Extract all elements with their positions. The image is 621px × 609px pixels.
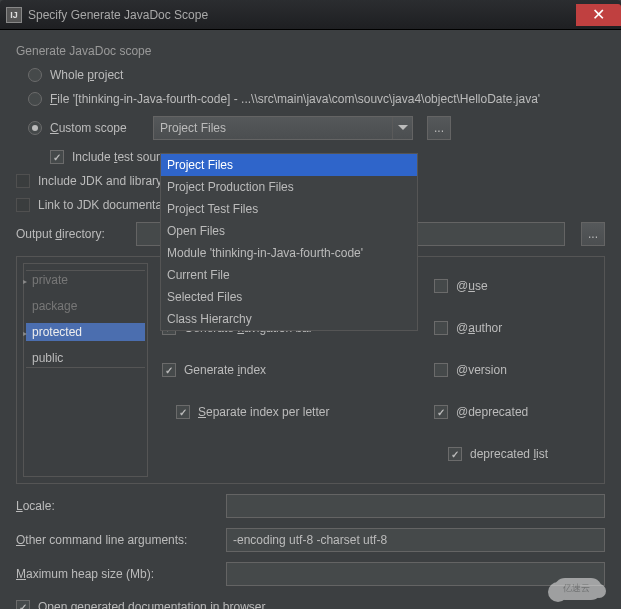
label-output-dir: Output directory: xyxy=(16,227,126,241)
output-browse-button[interactable]: ... xyxy=(581,222,605,246)
access-package[interactable]: package xyxy=(26,297,145,315)
dropdown-arrow-icon[interactable] xyxy=(392,117,412,139)
access-slider[interactable]: private package protected public xyxy=(23,263,148,477)
dropdown-item-production[interactable]: Project Production Files xyxy=(161,176,417,198)
label-author[interactable]: @author xyxy=(456,321,502,335)
scope-browse-button[interactable]: ... xyxy=(427,116,451,140)
dropdown-item-selected[interactable]: Selected Files xyxy=(161,286,417,308)
dropdown-item-open[interactable]: Open Files xyxy=(161,220,417,242)
check-deprecated[interactable] xyxy=(434,405,448,419)
label-index[interactable]: Generate index xyxy=(184,363,266,377)
access-public[interactable]: public xyxy=(26,349,145,368)
check-deprecated-list[interactable] xyxy=(448,447,462,461)
label-open-browser[interactable]: Open generated documentation in browser xyxy=(38,600,266,609)
other-args-input[interactable] xyxy=(226,528,605,552)
label-custom-scope[interactable]: Custom scope xyxy=(50,121,145,135)
label-max-heap: Maximum heap size (Mb): xyxy=(16,567,216,581)
app-icon: IJ xyxy=(6,7,22,23)
dropdown-item-current[interactable]: Current File xyxy=(161,264,417,286)
scope-dropdown-value: Project Files xyxy=(160,121,226,135)
check-include-jdk xyxy=(16,174,30,188)
label-locale: Locale: xyxy=(16,499,216,513)
window-title: Specify Generate JavaDoc Scope xyxy=(28,8,208,22)
dropdown-item-test[interactable]: Project Test Files xyxy=(161,198,417,220)
dropdown-item-project-files[interactable]: Project Files xyxy=(161,154,417,176)
label-deprecated[interactable]: @deprecated xyxy=(456,405,528,419)
max-heap-input[interactable] xyxy=(226,562,605,586)
radio-custom-scope[interactable] xyxy=(28,121,42,135)
dropdown-item-module[interactable]: Module 'thinking-in-Java-fourth-code' xyxy=(161,242,417,264)
label-deprecated-list[interactable]: deprecated list xyxy=(470,447,548,461)
label-version[interactable]: @version xyxy=(456,363,507,377)
label-file[interactable]: File '[thinking-in-Java-fourth-code] - .… xyxy=(50,92,540,106)
scope-dropdown-menu: Project Files Project Production Files P… xyxy=(160,153,418,331)
check-use[interactable] xyxy=(434,279,448,293)
check-author[interactable] xyxy=(434,321,448,335)
titlebar: IJ Specify Generate JavaDoc Scope ✕ xyxy=(0,0,621,30)
check-open-browser[interactable] xyxy=(16,600,30,609)
check-link-jdk xyxy=(16,198,30,212)
access-protected[interactable]: protected xyxy=(26,323,145,341)
section-title: Generate JavaDoc scope xyxy=(16,44,605,58)
access-private[interactable]: private xyxy=(26,270,145,289)
dropdown-item-classhier[interactable]: Class Hierarchy xyxy=(161,308,417,330)
check-index[interactable] xyxy=(162,363,176,377)
radio-file[interactable] xyxy=(28,92,42,106)
radio-whole-project[interactable] xyxy=(28,68,42,82)
check-version[interactable] xyxy=(434,363,448,377)
label-other-args: Other command line arguments: xyxy=(16,533,216,547)
locale-input[interactable] xyxy=(226,494,605,518)
check-separate-index[interactable] xyxy=(176,405,190,419)
label-use[interactable]: @use xyxy=(456,279,488,293)
check-include-test[interactable] xyxy=(50,150,64,164)
label-whole-project[interactable]: Whole project xyxy=(50,68,123,82)
label-separate-index[interactable]: Separate index per letter xyxy=(198,405,329,419)
close-button[interactable]: ✕ xyxy=(576,4,621,26)
scope-dropdown[interactable]: Project Files xyxy=(153,116,413,140)
